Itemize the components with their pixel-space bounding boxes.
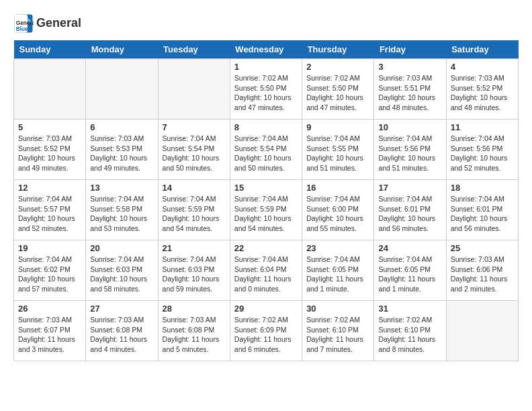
day-info: Sunrise: 7:04 AMSunset: 5:58 PMDaylight:… xyxy=(90,194,153,234)
day-number: 9 xyxy=(306,122,369,132)
day-number: 6 xyxy=(90,122,153,132)
day-info: Sunrise: 7:03 AMSunset: 5:51 PMDaylight:… xyxy=(378,73,441,113)
day-info: Sunrise: 7:03 AMSunset: 6:08 PMDaylight:… xyxy=(163,315,226,355)
day-info: Sunrise: 7:04 AMSunset: 5:55 PMDaylight:… xyxy=(306,134,369,173)
day-number: 3 xyxy=(378,62,441,72)
week-row-3: 12Sunrise: 7:04 AMSunset: 5:57 PMDayligh… xyxy=(14,180,519,240)
day-info: Sunrise: 7:03 AMSunset: 6:06 PMDaylight:… xyxy=(451,255,514,294)
page-header: General Blue General xyxy=(13,13,519,34)
day-number: 22 xyxy=(234,243,298,253)
day-info: Sunrise: 7:04 AMSunset: 6:05 PMDaylight:… xyxy=(306,255,369,294)
day-info: Sunrise: 7:04 AMSunset: 5:54 PMDaylight:… xyxy=(163,134,226,173)
header-cell-sunday: Sunday xyxy=(14,40,86,59)
day-info: Sunrise: 7:04 AMSunset: 6:02 PMDaylight:… xyxy=(18,255,81,294)
day-cell: 3Sunrise: 7:03 AMSunset: 5:51 PMDaylight… xyxy=(374,59,446,120)
day-info: Sunrise: 7:04 AMSunset: 5:57 PMDaylight:… xyxy=(18,194,81,234)
day-number: 29 xyxy=(234,304,298,314)
day-number: 11 xyxy=(451,122,514,132)
day-cell: 31Sunrise: 7:02 AMSunset: 6:10 PMDayligh… xyxy=(374,301,446,361)
header-cell-saturday: Saturday xyxy=(446,40,518,59)
day-cell: 18Sunrise: 7:04 AMSunset: 6:01 PMDayligh… xyxy=(446,180,518,240)
day-number: 15 xyxy=(234,183,298,193)
day-number: 21 xyxy=(163,243,226,253)
logo: General Blue General xyxy=(13,13,81,34)
day-cell: 22Sunrise: 7:04 AMSunset: 6:04 PMDayligh… xyxy=(230,240,302,301)
day-info: Sunrise: 7:03 AMSunset: 5:53 PMDaylight:… xyxy=(90,134,153,173)
day-cell: 5Sunrise: 7:03 AMSunset: 5:52 PMDaylight… xyxy=(14,120,86,180)
day-cell xyxy=(86,59,158,120)
day-cell: 14Sunrise: 7:04 AMSunset: 5:59 PMDayligh… xyxy=(158,180,230,240)
day-cell: 8Sunrise: 7:04 AMSunset: 5:54 PMDaylight… xyxy=(230,120,302,180)
week-row-1: 1Sunrise: 7:02 AMSunset: 5:50 PMDaylight… xyxy=(14,59,519,120)
day-cell: 1Sunrise: 7:02 AMSunset: 5:50 PMDaylight… xyxy=(230,59,302,120)
header-row: SundayMondayTuesdayWednesdayThursdayFrid… xyxy=(14,40,519,59)
day-info: Sunrise: 7:02 AMSunset: 6:10 PMDaylight:… xyxy=(306,315,369,355)
day-info: Sunrise: 7:04 AMSunset: 6:05 PMDaylight:… xyxy=(378,255,441,294)
day-info: Sunrise: 7:04 AMSunset: 5:56 PMDaylight:… xyxy=(451,134,514,173)
day-info: Sunrise: 7:04 AMSunset: 5:59 PMDaylight:… xyxy=(163,194,226,234)
day-cell: 27Sunrise: 7:03 AMSunset: 6:08 PMDayligh… xyxy=(86,301,158,361)
day-cell xyxy=(158,59,230,120)
day-info: Sunrise: 7:04 AMSunset: 6:01 PMDaylight:… xyxy=(451,194,514,234)
day-info: Sunrise: 7:04 AMSunset: 6:03 PMDaylight:… xyxy=(163,255,226,294)
day-cell xyxy=(14,59,86,120)
day-number: 14 xyxy=(163,183,226,193)
day-cell: 7Sunrise: 7:04 AMSunset: 5:54 PMDaylight… xyxy=(158,120,230,180)
day-info: Sunrise: 7:02 AMSunset: 5:50 PMDaylight:… xyxy=(306,73,369,113)
day-info: Sunrise: 7:04 AMSunset: 6:04 PMDaylight:… xyxy=(234,255,298,294)
header-cell-monday: Monday xyxy=(86,40,158,59)
day-cell: 15Sunrise: 7:04 AMSunset: 5:59 PMDayligh… xyxy=(230,180,302,240)
svg-text:Blue: Blue xyxy=(16,26,28,32)
day-number: 28 xyxy=(163,304,226,314)
day-number: 23 xyxy=(306,243,369,253)
header-cell-thursday: Thursday xyxy=(302,40,374,59)
day-number: 13 xyxy=(90,183,153,193)
header-cell-tuesday: Tuesday xyxy=(158,40,230,59)
day-cell: 6Sunrise: 7:03 AMSunset: 5:53 PMDaylight… xyxy=(86,120,158,180)
day-number: 20 xyxy=(90,243,153,253)
day-cell: 28Sunrise: 7:03 AMSunset: 6:08 PMDayligh… xyxy=(158,301,230,361)
day-number: 16 xyxy=(306,183,369,193)
day-info: Sunrise: 7:04 AMSunset: 6:03 PMDaylight:… xyxy=(90,255,153,294)
day-cell: 20Sunrise: 7:04 AMSunset: 6:03 PMDayligh… xyxy=(86,240,158,301)
day-info: Sunrise: 7:02 AMSunset: 5:50 PMDaylight:… xyxy=(234,73,298,113)
svg-text:General: General xyxy=(16,20,34,26)
day-cell xyxy=(446,301,518,361)
day-info: Sunrise: 7:03 AMSunset: 5:52 PMDaylight:… xyxy=(451,73,514,113)
day-info: Sunrise: 7:04 AMSunset: 5:54 PMDaylight:… xyxy=(234,134,298,173)
day-cell: 23Sunrise: 7:04 AMSunset: 6:05 PMDayligh… xyxy=(302,240,374,301)
day-cell: 21Sunrise: 7:04 AMSunset: 6:03 PMDayligh… xyxy=(158,240,230,301)
day-number: 31 xyxy=(378,304,441,314)
day-cell: 30Sunrise: 7:02 AMSunset: 6:10 PMDayligh… xyxy=(302,301,374,361)
day-number: 1 xyxy=(234,62,298,72)
day-number: 7 xyxy=(163,122,226,132)
day-number: 19 xyxy=(18,243,81,253)
day-info: Sunrise: 7:04 AMSunset: 6:01 PMDaylight:… xyxy=(378,194,441,234)
day-number: 25 xyxy=(451,243,514,253)
day-cell: 2Sunrise: 7:02 AMSunset: 5:50 PMDaylight… xyxy=(302,59,374,120)
day-cell: 24Sunrise: 7:04 AMSunset: 6:05 PMDayligh… xyxy=(374,240,446,301)
logo-icon: General Blue xyxy=(13,13,34,34)
day-cell: 17Sunrise: 7:04 AMSunset: 6:01 PMDayligh… xyxy=(374,180,446,240)
day-cell: 19Sunrise: 7:04 AMSunset: 6:02 PMDayligh… xyxy=(14,240,86,301)
day-number: 10 xyxy=(378,122,441,132)
day-cell: 25Sunrise: 7:03 AMSunset: 6:06 PMDayligh… xyxy=(446,240,518,301)
day-number: 24 xyxy=(378,243,441,253)
day-cell: 4Sunrise: 7:03 AMSunset: 5:52 PMDaylight… xyxy=(446,59,518,120)
day-info: Sunrise: 7:04 AMSunset: 5:56 PMDaylight:… xyxy=(378,134,441,173)
day-number: 30 xyxy=(306,304,369,314)
day-cell: 29Sunrise: 7:02 AMSunset: 6:09 PMDayligh… xyxy=(230,301,302,361)
calendar-table: SundayMondayTuesdayWednesdayThursdayFrid… xyxy=(13,40,519,361)
day-info: Sunrise: 7:02 AMSunset: 6:09 PMDaylight:… xyxy=(234,315,298,355)
day-number: 4 xyxy=(451,62,514,72)
day-cell: 10Sunrise: 7:04 AMSunset: 5:56 PMDayligh… xyxy=(374,120,446,180)
day-cell: 26Sunrise: 7:03 AMSunset: 6:07 PMDayligh… xyxy=(14,301,86,361)
day-info: Sunrise: 7:02 AMSunset: 6:10 PMDaylight:… xyxy=(378,315,441,355)
day-info: Sunrise: 7:03 AMSunset: 5:52 PMDaylight:… xyxy=(18,134,81,173)
day-cell: 9Sunrise: 7:04 AMSunset: 5:55 PMDaylight… xyxy=(302,120,374,180)
day-number: 8 xyxy=(234,122,298,132)
header-cell-friday: Friday xyxy=(374,40,446,59)
day-info: Sunrise: 7:03 AMSunset: 6:08 PMDaylight:… xyxy=(90,315,153,355)
day-number: 27 xyxy=(90,304,153,314)
day-cell: 11Sunrise: 7:04 AMSunset: 5:56 PMDayligh… xyxy=(446,120,518,180)
